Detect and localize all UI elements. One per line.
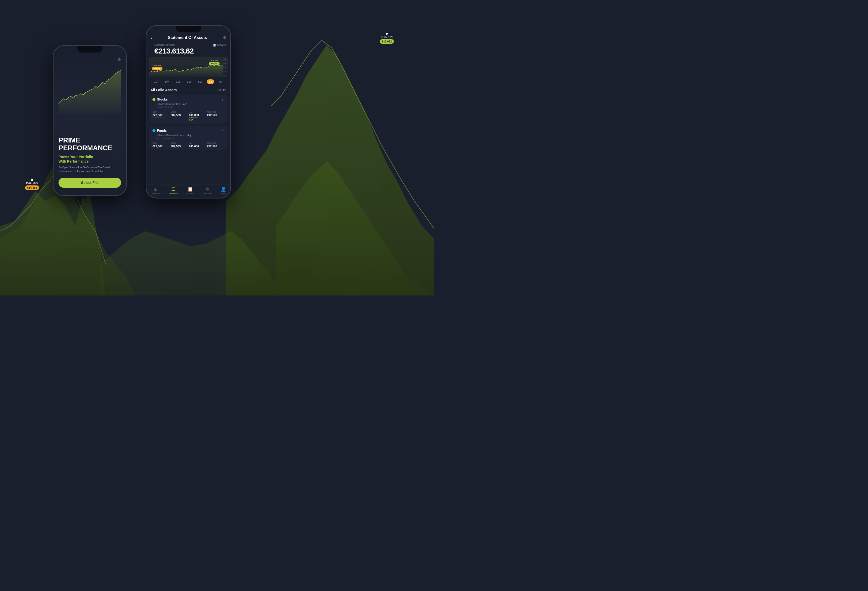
svg-text:€13,692: €13,692 [211,63,217,65]
analysis-graph-icon: 📊 [213,44,216,46]
filter-6m[interactable]: 6M [196,80,204,84]
taxonomy-label: Taxonomy [203,192,212,195]
filter-icon: ▽ [217,89,220,92]
funds-value: Value €82,563 [171,142,188,148]
nav-watchlist[interactable]: 📋 Watchlist [186,186,194,195]
filter-button[interactable]: ▽ Filter [217,89,226,92]
funds-pl: P/L €60,000 [189,142,206,148]
svg-text:11k: 11k [223,75,226,77]
stocks-isin: IE00B1YZSC51 [152,106,224,109]
stocks-value: Value €82,563 [171,111,188,121]
stocks-name: Stocks [157,98,168,101]
svg-text:13k: 13k [223,67,226,69]
page-title: Statement Of Assets [168,35,207,40]
funds-newadd: New Add €12,500 [207,142,224,148]
filter-5y[interactable]: 5Y [217,80,224,84]
filter-1m[interactable]: 1M [174,80,182,84]
badge-dot-right [386,33,388,35]
analysis-link[interactable]: 📊 Analysis [213,44,226,46]
filter-label: Filter [220,89,226,92]
badge-dot [31,179,33,181]
nav-statement[interactable]: ☰ Statemen [169,186,177,195]
svg-text:15.05.2023: 15.05.2023 [211,60,218,62]
svg-text:14k: 14k [223,63,226,65]
select-file-button[interactable]: Select File [59,178,121,188]
funds-type: Funds [152,129,167,132]
promo-title: PRIMEPERFORMANCE [59,136,121,152]
funds-name: Funds [157,129,167,132]
promo-desc: An Open Source Tool To Calculate The Ove… [59,165,121,173]
filter-3m[interactable]: 3M [185,80,193,84]
funds-card-header: Funds ⋮ [152,128,224,133]
mini-chart: 15k 14k 13k 12k 11k €14,856 [149,57,228,77]
chart-area-left [59,59,121,114]
watchlist-icon: 📋 [187,186,193,192]
profile-icon: 👤 [220,186,226,192]
funds-dot [152,129,155,132]
notch-right [176,26,201,33]
funds-menu[interactable]: ⋮ [220,128,224,133]
svg-text:12k: 12k [223,71,226,72]
phone-right-content: ‹ Statement Of Assets ⚙ Current Portfoli… [146,26,230,198]
stocks-newadd: New Add €12,500 [207,111,224,121]
portfolio-value: €213.613,62 [151,46,198,57]
back-button[interactable]: ‹ [151,35,152,40]
filter-1y[interactable]: 1Y [207,80,214,84]
assets-title: All Folio Assets [151,88,177,92]
svg-text:15.05.2022: 15.05.2022 [154,65,161,66]
funds-card: Funds ⋮ iShares Diversified Commodity AL… [149,126,227,150]
assets-header: All Folio Assets ▽ Filter [146,86,230,93]
profile-label: Profile [220,192,226,195]
funds-metrics: Cost €22,563 Value €82,563 P/L €60,000 N… [152,142,224,148]
stocks-dot [152,98,155,101]
dashboard-icon: ⊞ [154,186,158,192]
phone-left-frame: ⚙ PRIMEPERFORMANCE Power Your [53,45,127,196]
badge-date: 15.05.2022 [26,182,38,185]
stocks-card-header: Stocks ⋮ [152,97,224,102]
funds-cost: Cost €22,563 [152,142,170,148]
badge-value: €14,856 [25,185,39,190]
nav-profile[interactable]: 👤 Profile [220,186,226,195]
statement-label: Statemen [169,192,177,195]
taxonomy-icon: ❄ [205,186,209,192]
phone-right-frame: ‹ Statement Of Assets ⚙ Current Portfoli… [146,25,231,198]
portfolio-label: Current Portfolio [151,43,198,46]
stocks-card: Stocks ⋮ iShares Core MSCI Europe IE00B1… [149,95,227,124]
funds-isin: ALU1725451813 [152,137,224,140]
stocks-pl: P/L €60,000 + 266.07% 5.27% [189,111,206,121]
svg-point-12 [214,65,215,66]
settings-icon-right[interactable]: ⚙ [223,35,226,40]
svg-text:€14,856: €14,856 [154,68,160,70]
nav-taxonomy[interactable]: ❄ Taxonomy [203,186,212,195]
time-filters: 1D 1W 1M 3M 6M 1Y 5Y [146,77,230,86]
watchlist-label: Watchlist [186,192,194,195]
phone-right: ‹ Statement Of Assets ⚙ Current Portfoli… [146,25,231,198]
filter-1w[interactable]: 1W [163,80,171,84]
promo-content: PRIMEPERFORMANCE Power Your PortfolioWit… [59,136,121,190]
filter-1d[interactable]: 1D [152,80,159,84]
analysis-label: Analysis [217,44,226,46]
stocks-type: Stocks [152,98,168,101]
stocks-subtitle: iShares Core MSCI Europe [152,103,224,105]
badge-value-right: €12,692 [380,39,394,44]
badge-date-right: 15.05.2023 [381,36,393,38]
funds-subtitle: iShares Diversified Commodity [152,134,224,137]
notch-left [77,46,102,53]
svg-text:15k: 15k [223,59,226,61]
stocks-cost: Cost €22,563 510 x €36.98 [152,111,170,121]
bottom-nav: ⊞ Dashboard ☰ Statemen 📋 Watchlist ❄ Tax… [146,184,230,198]
date-badge-right: 15.05.2023 €12,692 [380,33,394,44]
stocks-metrics: Cost €22,563 510 x €36.98 Value €82,563 … [152,111,224,121]
phone-left-content: ⚙ PRIMEPERFORMANCE Power Your [53,46,126,195]
dashboard-label: Dashboard [151,192,161,195]
phone-left: ⚙ PRIMEPERFORMANCE Power Your [53,45,127,196]
nav-dashboard[interactable]: ⊞ Dashboard [151,186,161,195]
svg-point-9 [156,70,158,72]
promo-subtitle: Power Your PortfolioWith Performance [59,155,121,164]
stocks-menu[interactable]: ⋮ [220,97,224,102]
date-badge-left: 15.05.2022 €14,856 [25,179,39,190]
statement-icon: ☰ [171,186,175,192]
